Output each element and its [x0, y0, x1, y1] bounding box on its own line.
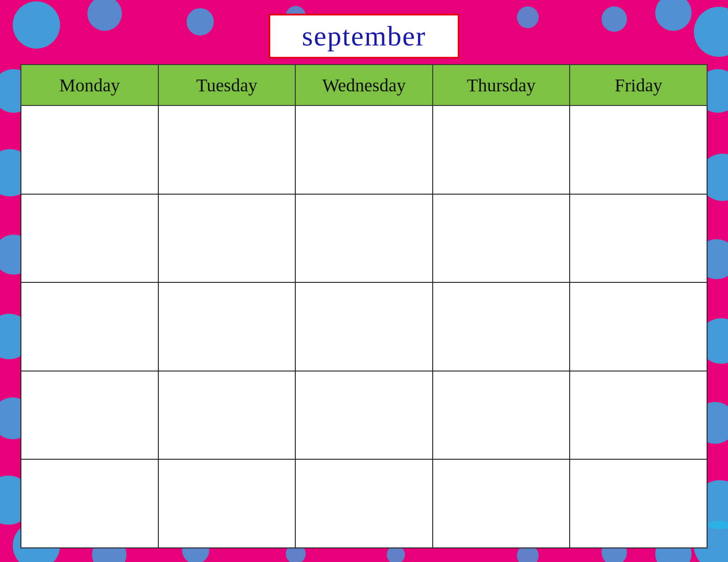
table-row — [21, 371, 707, 460]
month-title: september — [302, 20, 426, 51]
cell-row3-thu[interactable] — [433, 282, 570, 371]
cell-row4-tue[interactable] — [158, 371, 296, 460]
month-title-box: september — [268, 14, 460, 59]
cell-row5-tue[interactable] — [158, 459, 296, 548]
header-wednesday: Wednesday — [295, 65, 433, 105]
cell-row4-fri[interactable] — [570, 371, 707, 460]
header-thursday: Thursday — [433, 65, 570, 105]
header-friday: Friday — [570, 65, 707, 105]
cell-row2-fri[interactable] — [570, 194, 707, 283]
header-tuesday: Tuesday — [158, 65, 296, 105]
table-row — [21, 105, 707, 194]
cell-row4-mon[interactable] — [21, 371, 158, 460]
table-row — [21, 194, 707, 283]
cell-row2-thu[interactable] — [433, 194, 570, 283]
cell-row2-mon[interactable] — [21, 194, 158, 283]
cell-row1-wed[interactable] — [295, 105, 433, 194]
cell-row5-mon[interactable] — [21, 459, 158, 548]
cell-row1-fri[interactable] — [570, 105, 707, 194]
cell-row3-wed[interactable] — [295, 282, 433, 371]
table-row — [21, 459, 707, 548]
cell-row1-mon[interactable] — [21, 105, 158, 194]
cell-row3-mon[interactable] — [21, 282, 158, 371]
calendar-wrapper: september Monday Tuesday Wednesday Thurs… — [20, 14, 708, 548]
cell-row5-fri[interactable] — [570, 459, 707, 548]
cell-row5-wed[interactable] — [295, 459, 433, 548]
cell-row3-fri[interactable] — [570, 282, 707, 371]
cell-row2-wed[interactable] — [295, 194, 433, 283]
cell-row1-tue[interactable] — [158, 105, 296, 194]
cell-row1-thu[interactable] — [433, 105, 570, 194]
header-monday: Monday — [21, 65, 158, 105]
cell-row2-tue[interactable] — [158, 194, 296, 283]
cell-row5-thu[interactable] — [433, 459, 570, 548]
cell-row3-tue[interactable] — [158, 282, 296, 371]
calendar-table: Monday Tuesday Wednesday Thursday Friday — [20, 64, 708, 548]
cell-row4-wed[interactable] — [295, 371, 433, 460]
table-row — [21, 282, 707, 371]
cell-row4-thu[interactable] — [433, 371, 570, 460]
header-row: Monday Tuesday Wednesday Thursday Friday — [21, 65, 707, 105]
